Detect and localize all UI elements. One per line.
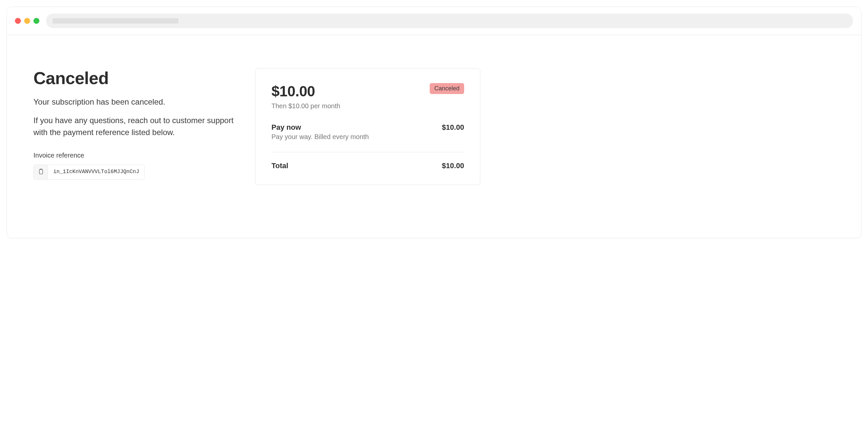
invoice-reference-value[interactable]: in_1IcKnVANVVVLTol6MJJQnCnJ bbox=[48, 164, 145, 180]
support-text: If you have any questions, reach out to … bbox=[33, 115, 236, 139]
right-column: $10.00 Canceled Then $10.00 per month Pa… bbox=[255, 68, 480, 185]
subscription-canceled-text: Your subscription has been canceled. bbox=[33, 96, 236, 108]
clipboard-icon bbox=[37, 168, 44, 176]
status-badge: Canceled bbox=[430, 83, 464, 94]
line-item-left: Pay now Pay your way. Billed every month bbox=[272, 123, 369, 141]
total-row: Total $10.00 bbox=[272, 161, 464, 170]
divider bbox=[272, 152, 464, 152]
window-maximize-button[interactable] bbox=[33, 18, 39, 24]
address-bar-content bbox=[53, 18, 179, 24]
svg-rect-0 bbox=[39, 170, 43, 174]
summary-card: $10.00 Canceled Then $10.00 per month Pa… bbox=[255, 68, 480, 185]
summary-amount: $10.00 bbox=[272, 83, 315, 100]
copy-button[interactable] bbox=[33, 164, 48, 180]
window-minimize-button[interactable] bbox=[24, 18, 30, 24]
window-controls bbox=[15, 18, 39, 24]
line-item-label: Pay now bbox=[272, 123, 369, 132]
window-close-button[interactable] bbox=[15, 18, 21, 24]
page-content: Canceled Your subscription has been canc… bbox=[7, 35, 861, 205]
page-title: Canceled bbox=[33, 68, 236, 88]
line-item-value: $10.00 bbox=[442, 123, 464, 132]
summary-header: $10.00 Canceled bbox=[272, 83, 464, 100]
invoice-reference-label: Invoice reference bbox=[33, 152, 236, 159]
total-label: Total bbox=[272, 161, 288, 170]
summary-recurrence-text: Then $10.00 per month bbox=[272, 102, 464, 110]
total-value: $10.00 bbox=[442, 161, 464, 170]
address-bar[interactable] bbox=[46, 13, 853, 28]
line-item-description: Pay your way. Billed every month bbox=[272, 133, 369, 141]
invoice-reference-container: in_1IcKnVANVVVLTol6MJJQnCnJ bbox=[33, 164, 236, 180]
browser-window: Canceled Your subscription has been canc… bbox=[7, 7, 861, 238]
left-column: Canceled Your subscription has been canc… bbox=[33, 68, 236, 185]
browser-chrome bbox=[7, 7, 861, 35]
line-item: Pay now Pay your way. Billed every month… bbox=[272, 123, 464, 143]
